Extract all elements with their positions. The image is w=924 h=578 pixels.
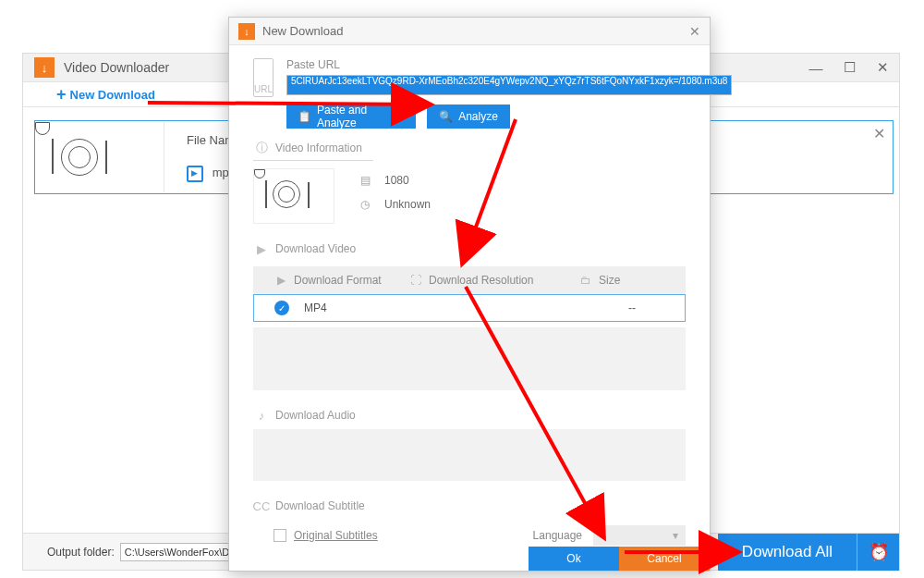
search-icon: 🔍 [439,110,453,123]
resolution-value: 1080 [384,174,409,187]
duration-value: Unknown [384,198,431,211]
scheduler-button[interactable]: ⏰ [857,534,899,571]
window-controls: — ☐ ✕ [799,54,899,81]
video-info-thumbnail [253,168,334,224]
analyze-label: Analyze [458,110,498,123]
audio-empty-area [253,429,686,481]
plus-icon: + [56,85,67,105]
minimize-button[interactable]: — [799,54,833,81]
divider [253,160,373,161]
check-icon: ✓ [274,301,289,315]
item-thumbnail [35,122,164,192]
new-download-dialog: ↓ New Download ✕ URL Paste URL 5ClRUArJc… [228,17,711,572]
dialog-logo-icon: ↓ [238,23,255,40]
dialog-footer: Ok Cancel [229,547,710,571]
info-icon: ⓘ [253,140,270,156]
original-subtitles-label[interactable]: Original Subtitles [294,529,378,542]
video-format-icon [187,166,203,182]
subtitle-icon: CC [253,498,270,514]
clipboard-icon: 📋 [298,110,311,123]
format-row[interactable]: ✓ MP4 -- [253,294,686,322]
format-icon: ▶ [274,274,288,287]
app-title: Video Downloader [64,60,169,75]
subtitle-row: Original Subtitles Language ▾ [253,525,686,546]
video-format-empty-area [253,327,686,390]
download-subtitle-label: Download Subtitle [275,499,365,512]
col-resolution: Download Resolution [429,274,533,287]
clock-icon: ◷ [360,198,377,211]
paste-url-label: Paste URL [286,58,732,71]
row-size: -- [579,301,685,314]
dialog-titlebar: ↓ New Download ✕ [229,18,710,45]
paste-and-analyze-label: Paste and Analyze [317,104,405,129]
new-download-label: New Download [70,88,155,102]
language-label: Language [533,529,582,542]
app-logo-icon: ↓ [34,57,55,78]
dialog-close-button[interactable]: ✕ [689,24,700,39]
close-button[interactable]: ✕ [866,54,899,81]
download-audio-header: ♪ Download Audio [253,407,686,424]
video-icon: ▶ [253,240,270,257]
cancel-button[interactable]: Cancel [619,547,710,571]
url-icon: URL [253,58,274,97]
analyze-button[interactable]: 🔍 Analyze [427,105,510,129]
dialog-title: New Download [262,24,343,38]
resolution-column-icon: ⛶ [408,274,423,287]
download-subtitle-header: CC Download Subtitle [253,498,686,514]
ok-button[interactable]: Ok [529,547,619,571]
download-audio-label: Download Audio [275,409,356,422]
col-format: Download Format [294,274,382,287]
paste-and-analyze-button[interactable]: 📋 Paste and Analyze [286,105,416,129]
language-select[interactable]: ▾ [593,525,686,546]
url-button-row: 📋 Paste and Analyze 🔍 Analyze [286,105,732,129]
url-input[interactable]: 5ClRUArJc13eekLTVGQz9RD-XrMEoBh2c320E4gY… [286,75,732,95]
placeholder-image-icon [254,169,334,223]
format-table-header: ▶Download Format ⛶Download Resolution 🗀S… [253,266,686,294]
video-information-header: ⓘ Video Information [253,140,686,156]
download-video-header: ▶ Download Video [253,240,686,257]
size-icon: 🗀 [578,274,593,287]
original-subtitles-checkbox[interactable] [274,529,286,542]
row-format: MP4 [304,301,327,314]
download-all-button[interactable]: Download All [718,534,857,571]
col-size: Size [599,274,620,287]
output-folder-label: Output folder: [47,546,115,559]
video-info-meta: ▤ 1080 ◷ Unknown [360,168,431,224]
maximize-button[interactable]: ☐ [833,54,866,81]
placeholder-image-icon [35,122,164,192]
url-row: URL Paste URL 5ClRUArJc13eekLTVGQz9RD-Xr… [253,58,686,129]
download-video-label: Download Video [275,242,356,255]
dialog-body: URL Paste URL 5ClRUArJc13eekLTVGQz9RD-Xr… [229,45,710,546]
video-info-block: ▤ 1080 ◷ Unknown [253,168,686,224]
remove-item-button[interactable]: ✕ [873,125,885,142]
new-download-button[interactable]: + New Download [56,85,155,105]
audio-icon: ♪ [253,407,270,424]
resolution-icon: ▤ [360,174,377,187]
video-information-label: Video Information [275,141,362,154]
